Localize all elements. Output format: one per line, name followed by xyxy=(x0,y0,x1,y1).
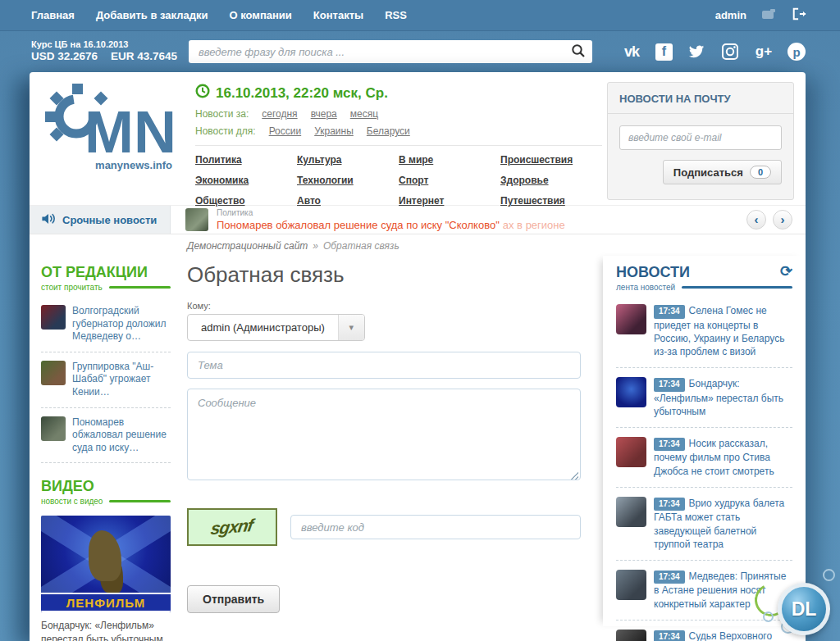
ticker-next-button[interactable]: › xyxy=(773,210,792,230)
subject-input[interactable] xyxy=(187,352,581,379)
time-badge: 17:34 xyxy=(654,630,685,641)
category-economy[interactable]: Экономика xyxy=(195,175,297,186)
logo-graphic: MN xyxy=(45,82,176,164)
currency-caption: Курс ЦБ на 16.10.2013 xyxy=(31,39,189,51)
recipient-select[interactable]: admin (Администраторы) ▾ xyxy=(187,314,365,341)
video-caption[interactable]: Бондарчук: «Ленфильм» перестал быть убыт… xyxy=(41,619,171,641)
category-menu: Политика Экономика Общество Культура Тех… xyxy=(195,154,605,207)
ticker-label[interactable]: Срочные новости xyxy=(30,206,171,234)
editorial-item[interactable]: Волгоградский губернатор доложил Медведе… xyxy=(41,297,171,352)
site-header: MN manynews.info 16.10.2013, 22:20 мск, … xyxy=(30,72,806,205)
news-feed-subtitle: лента новостей xyxy=(616,283,675,292)
search-input[interactable] xyxy=(199,46,569,58)
chevron-left-icon: ‹ xyxy=(755,213,759,225)
category-incidents[interactable]: Происшествия xyxy=(500,154,602,166)
nav-bookmark[interactable]: Добавить в закладки xyxy=(96,9,208,21)
editorial-subtitle: стоит прочитать xyxy=(41,283,103,292)
category-internet[interactable]: Интернет xyxy=(399,195,500,207)
news-item[interactable]: 17:34Носик рассказал, почему фильм про С… xyxy=(616,428,792,488)
chevron-right-icon: › xyxy=(781,213,785,225)
news-item-thumbnail xyxy=(616,304,646,334)
region-russia[interactable]: России xyxy=(269,125,302,137)
recipient-value: admin (Администраторы) xyxy=(188,315,338,340)
news-item-thumbnail xyxy=(616,570,646,600)
sub-bar: Курс ЦБ на 16.10.2013 USD 32.2676 EUR 43… xyxy=(0,31,840,72)
news-item-thumbnail xyxy=(616,497,646,527)
twitter-icon[interactable] xyxy=(687,42,706,61)
editorial-item-thumbnail xyxy=(41,305,66,330)
watermark-bubble xyxy=(763,611,774,622)
news-item[interactable]: 17:34Судья Верховного суда Дагестана и е… xyxy=(616,621,792,641)
captcha-image[interactable]: sgxnf xyxy=(187,508,277,546)
captcha-code: sgxnf xyxy=(210,516,255,539)
category-politics[interactable]: Политика xyxy=(195,154,297,166)
search-icon xyxy=(571,43,586,61)
category-auto[interactable]: Авто xyxy=(297,195,399,207)
category-technology[interactable]: Технологии xyxy=(297,175,399,186)
category-society[interactable]: Общество xyxy=(195,195,297,207)
current-datetime: 16.10.2013, 22:20 мск, Ср. xyxy=(195,84,607,102)
video-thumbnail-lenfilm[interactable]: ЛЕНФИЛЬМ xyxy=(41,516,171,612)
category-sport[interactable]: Спорт xyxy=(399,175,500,186)
vk-icon[interactable]: vk xyxy=(622,42,641,61)
category-culture[interactable]: Культура xyxy=(297,154,399,166)
breadcrumb-home-link[interactable]: Демонстрационный сайт xyxy=(187,240,308,252)
editorial-item[interactable]: Группировка "Аш-Шабаб" угрожает Кении… xyxy=(41,352,171,408)
nav-home[interactable]: Главная xyxy=(31,9,75,21)
chevron-down-icon: ▾ xyxy=(338,315,364,340)
news-item[interactable]: 17:34Селена Гомес не приедет на концерты… xyxy=(616,295,792,368)
user-profile-link[interactable]: admin xyxy=(715,9,746,21)
header-divider xyxy=(195,145,602,146)
profile-settings-icon[interactable] xyxy=(761,8,776,23)
subscribe-button[interactable]: Подписаться 0 xyxy=(663,160,782,184)
ticker-headline[interactable]: Пономарев обжаловал решение суда по иску… xyxy=(217,219,500,231)
instagram-icon[interactable] xyxy=(720,42,740,61)
google-plus-icon[interactable]: g+ xyxy=(754,42,774,61)
nav-contacts[interactable]: Контакты xyxy=(313,9,363,21)
time-badge: 17:34 xyxy=(654,571,685,584)
time-badge: 17:34 xyxy=(654,378,685,392)
search-button[interactable] xyxy=(569,42,587,62)
news-period-filter: Новости за: сегодня вчера месяц xyxy=(195,108,607,120)
captcha-input[interactable] xyxy=(290,515,581,539)
refresh-icon[interactable]: ⟳ xyxy=(780,264,792,279)
watermark-bubble xyxy=(823,569,835,581)
editorial-title: ОТ РЕДАКЦИИ xyxy=(41,264,171,281)
site-logo[interactable]: MN manynews.info xyxy=(41,82,180,200)
time-badge: 17:34 xyxy=(654,498,685,511)
period-month[interactable]: месяц xyxy=(350,108,378,120)
social-links: vk f g+ p xyxy=(622,42,806,61)
editorial-item[interactable]: Пономарев обжаловал решение суда по иску… xyxy=(41,408,171,464)
logout-icon[interactable] xyxy=(791,7,807,25)
news-item-thumbnail xyxy=(616,377,646,407)
period-yesterday[interactable]: вчера xyxy=(311,108,337,120)
message-textarea[interactable] xyxy=(187,389,581,480)
right-news-sidebar: НОВОСТИ ⟳ лента новостей 17:34Селена Гом… xyxy=(603,256,806,626)
submit-button[interactable]: Отправить xyxy=(187,585,280,613)
ticker-prev-button[interactable]: ‹ xyxy=(746,210,766,230)
content-card: MN manynews.info 16.10.2013, 22:20 мск, … xyxy=(30,72,806,641)
subscribe-email-input[interactable] xyxy=(619,125,782,150)
subscriber-count-badge: 0 xyxy=(750,166,771,179)
category-world[interactable]: В мире xyxy=(399,154,500,166)
category-travel[interactable]: Путешествия xyxy=(500,195,602,207)
region-label: Новости для: xyxy=(195,125,256,137)
period-today[interactable]: сегодня xyxy=(262,108,297,120)
news-feed-underline xyxy=(682,286,792,289)
nav-rss[interactable]: RSS xyxy=(385,9,407,21)
breadcrumb-separator: » xyxy=(313,240,318,252)
news-item-thumbnail xyxy=(616,630,646,641)
nav-about[interactable]: О компании xyxy=(229,9,291,21)
region-belarus[interactable]: Беларуси xyxy=(367,125,410,137)
eur-rate: EUR 43.7645 xyxy=(111,50,177,64)
top-navigation: Главная Добавить в закладки О компании К… xyxy=(31,9,407,21)
news-item[interactable]: 17:34Врио худрука балета ГАБТа может ста… xyxy=(616,488,792,561)
ticker-headline-fading: ах в регионе xyxy=(503,219,565,231)
facebook-icon[interactable]: f xyxy=(655,43,673,61)
news-item[interactable]: 17:34Бондарчук: «Ленфильм» перестал быть… xyxy=(616,368,792,428)
region-ukraine[interactable]: Украины xyxy=(314,125,354,137)
lenfilm-caption-band: ЛЕНФИЛЬМ xyxy=(41,593,171,612)
category-health[interactable]: Здоровье xyxy=(500,175,602,186)
pinterest-icon[interactable]: p xyxy=(788,43,806,61)
usd-rate: USD 32.2676 xyxy=(31,50,98,64)
